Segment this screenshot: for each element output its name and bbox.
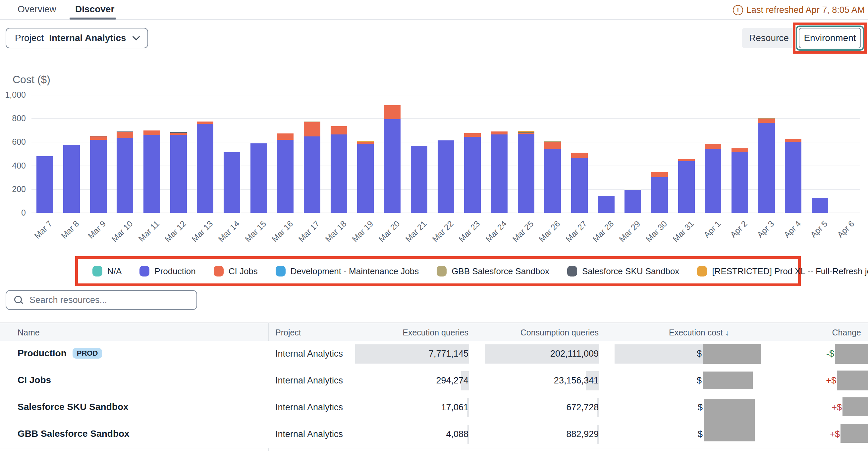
bar-segment-ci-jobs [277,133,293,140]
bar-segment-gbb-salesforce-sandbox [678,159,695,159]
execution-queries-value: 17,061 [441,402,468,413]
legend-item-production[interactable]: Production [140,266,195,277]
bar-segment-ci-jobs [90,136,107,140]
x-axis-tick-label: Mar 25 [510,219,536,244]
consumption-queries-value: 202,111,009 [550,349,599,359]
legend-item-ci-jobs[interactable]: CI Jobs [214,266,258,277]
bar-segment-gbb-salesforce-sandbox [304,122,320,122]
x-axis-tick-label: Mar 16 [270,219,295,244]
search-input[interactable] [29,290,196,310]
bar-segment-production [197,124,213,213]
column-header-execution-cost-sorted[interactable]: Execution cost ↓ [669,328,729,337]
legend-label: Development - Maintenance Jobs [290,266,419,277]
bar-segment-production [438,140,454,213]
bar-segment-production [571,158,588,213]
bar-segment-production [491,134,507,213]
column-header-execution-queries[interactable]: Execution queries [403,328,468,337]
legend-swatch-icon [437,266,446,277]
group-by-environment-button[interactable]: Environment [799,28,861,49]
execution-cost-currency-prefix: $ [698,402,703,413]
x-axis-tick-label: Mar 28 [591,219,616,244]
bar-segment-ci-jobs [785,139,801,142]
resource-name-text: CI Jobs [18,375,51,385]
bar-segment-gbb-salesforce-sandbox [651,172,668,172]
active-tab-underline [69,18,116,20]
legend-item-gbb-salesforce-sandbox[interactable]: GBB Salesforce Sandbox [437,266,549,277]
column-header-change[interactable]: Change [832,328,861,337]
bar-segment-production [384,119,401,213]
redacted-value [835,344,868,364]
bar-segment-ci-jobs [304,122,320,136]
change-value-prefix: -$ [826,349,834,359]
group-by-resource-button[interactable]: Resource [742,28,796,49]
bar-segment-production [331,134,347,213]
legend-label: Salesforce SKU Sandbox [582,266,679,277]
x-axis-tick-label: Mar 30 [644,219,669,244]
bar-segment-ci-jobs [651,172,668,177]
bar-segment-ci-jobs [678,159,695,161]
x-axis-tick-label: Mar 18 [323,219,348,244]
execution-cost-currency-prefix: $ [697,376,702,386]
bar-segment-ci-jobs [197,122,213,124]
environment-focus-ring: Environment [796,26,864,51]
bar-segment-ci-jobs [144,130,160,135]
x-axis-tick-label: Mar 10 [109,219,134,244]
legend-swatch-icon [567,266,577,277]
warning-icon: ! [733,5,743,15]
bar-segment-production [758,123,775,213]
bar-segment-production [624,190,641,213]
execution-queries-value: 7,771,145 [429,349,468,359]
bar-segment-production [785,142,801,213]
gridline-800 [31,118,860,119]
execution-queries-value: 4,088 [446,429,468,440]
bar-segment-production [117,138,133,213]
bar-segment-ci-jobs [357,142,374,144]
last-refreshed-status: ! Last refreshed Apr 7, 8:05 AM PDT [733,3,868,17]
execution-queries-value: 294,274 [436,376,468,386]
bar-segment-production [90,140,107,213]
bar-segment-ci-jobs [732,148,748,152]
bar-segment-production [732,152,748,213]
bar-segment-production [518,134,534,213]
bar-segment-production [144,135,160,213]
resource-name-text: GBB Salesforce Sandbox [18,428,129,439]
column-header-project[interactable]: Project [275,328,301,337]
bar-segment-production [304,136,320,213]
project-cell: Internal Analytics [275,349,343,359]
bar-segment--restricted-prod-xl-full-refresh-jobs [518,131,534,132]
bar-segment-production [357,144,374,213]
column-header-consumption-queries[interactable]: Consumption queries [521,328,599,337]
consumption-queries-value: 672,728 [566,402,599,413]
bar-segment-gbb-salesforce-sandbox [544,141,561,141]
legend-item--restricted-prod-xl-full-refresh-jobs[interactable]: [RESTRICTED] Prod XL -- Full-Refresh job… [697,266,868,277]
prod-badge: PROD [72,348,102,359]
x-axis-tick-label: Apr 6 [835,219,856,240]
bar-segment-gbb-salesforce-sandbox [758,118,775,119]
bar-segment-production [705,149,721,213]
legend-item-salesforce-sku-sandbox[interactable]: Salesforce SKU Sandbox [567,266,679,277]
legend-swatch-icon [697,266,707,277]
x-axis-tick-label: Mar 24 [484,219,509,244]
x-axis-tick-label: Mar 29 [617,219,642,244]
column-header-name[interactable]: Name [18,328,40,337]
resource-name: GBB Salesforce Sandbox [18,428,129,439]
bar-segment-production [224,152,240,213]
resource-name: CI Jobs [18,375,51,385]
legend-item-development-maintenance-jobs[interactable]: Development - Maintenance Jobs [276,266,419,277]
x-axis-tick-label: Mar 31 [671,219,696,244]
change-value-prefix: +$ [826,376,836,386]
legend-item-n-a[interactable]: N/A [92,266,122,277]
chart-legend-annotation-box: N/AProductionCI JobsDevelopment - Mainte… [75,256,801,286]
x-axis-tick-label: Mar 23 [457,219,482,244]
project-filter-dropdown[interactable]: Project Internal Analytics [6,28,148,49]
bar-segment-salesforce-sku-sandbox [90,136,107,136]
tab-overview[interactable]: Overview [18,4,56,14]
search-icon [14,296,23,304]
tab-discover[interactable]: Discover [75,4,114,14]
x-axis-tick-label: Mar 20 [377,219,402,244]
y-axis-tick-label: 800 [0,114,26,123]
x-axis-tick-label: Mar 11 [136,219,161,244]
bar-segment-ci-jobs [758,119,775,123]
legend-swatch-icon [92,266,102,277]
table-header-row: NameProjectExecution queriesConsumption … [0,323,868,342]
